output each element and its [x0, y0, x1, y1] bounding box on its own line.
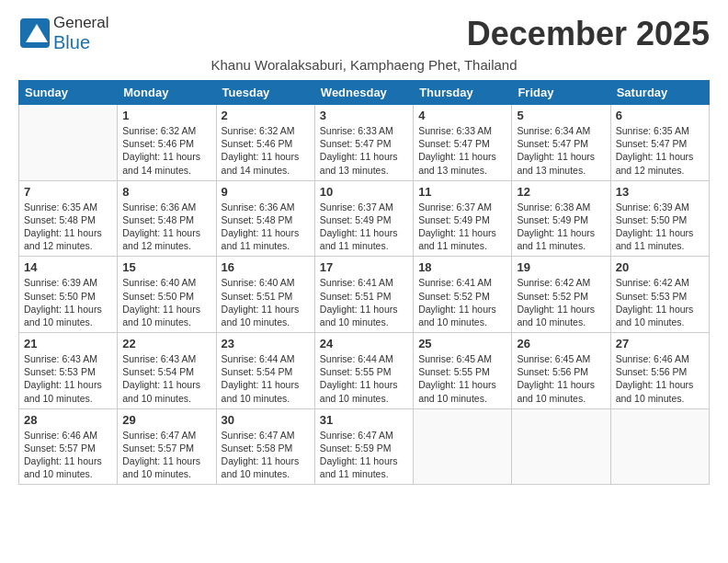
calendar-day: 4Sunrise: 6:33 AM Sunset: 5:47 PM Daylig… — [414, 105, 512, 181]
calendar-day: 9Sunrise: 6:36 AM Sunset: 5:48 PM Daylig… — [216, 180, 314, 257]
calendar-day: 7Sunrise: 6:35 AM Sunset: 5:48 PM Daylig… — [19, 180, 118, 257]
day-info: Sunrise: 6:43 AM Sunset: 5:54 PM Dayligh… — [122, 352, 210, 405]
day-number: 30 — [222, 413, 310, 427]
day-number: 13 — [616, 185, 704, 199]
day-info: Sunrise: 6:45 AM Sunset: 5:56 PM Dayligh… — [517, 352, 605, 405]
day-number: 31 — [320, 413, 408, 427]
day-info: Sunrise: 6:47 AM Sunset: 5:58 PM Dayligh… — [222, 429, 310, 481]
day-number: 5 — [517, 109, 605, 122]
day-info: Sunrise: 6:43 AM Sunset: 5:53 PM Dayligh… — [24, 352, 112, 405]
day-info: Sunrise: 6:39 AM Sunset: 5:50 PM Dayligh… — [616, 201, 704, 253]
calendar-day: 10Sunrise: 6:37 AM Sunset: 5:49 PM Dayli… — [314, 180, 413, 257]
calendar-day: 27Sunrise: 6:46 AM Sunset: 5:56 PM Dayli… — [610, 333, 709, 409]
day-info: Sunrise: 6:44 AM Sunset: 5:55 PM Dayligh… — [320, 352, 408, 405]
calendar-day: 22Sunrise: 6:43 AM Sunset: 5:54 PM Dayli… — [118, 333, 216, 409]
day-number: 26 — [517, 337, 605, 350]
calendar-week-4: 21Sunrise: 6:43 AM Sunset: 5:53 PM Dayli… — [19, 333, 710, 409]
day-info: Sunrise: 6:37 AM Sunset: 5:49 PM Dayligh… — [418, 201, 506, 253]
calendar-week-1: 1Sunrise: 6:32 AM Sunset: 5:46 PM Daylig… — [19, 105, 710, 181]
day-number: 27 — [616, 337, 704, 350]
day-info: Sunrise: 6:47 AM Sunset: 5:57 PM Dayligh… — [122, 429, 210, 481]
calendar-header-row: SundayMondayTuesdayWednesdayThursdayFrid… — [19, 81, 710, 105]
calendar-day: 18Sunrise: 6:41 AM Sunset: 5:52 PM Dayli… — [414, 257, 512, 333]
calendar-day: 19Sunrise: 6:42 AM Sunset: 5:52 PM Dayli… — [512, 257, 610, 333]
day-number: 28 — [24, 413, 112, 427]
calendar-day: 24Sunrise: 6:44 AM Sunset: 5:55 PM Dayli… — [314, 333, 413, 409]
day-info: Sunrise: 6:33 AM Sunset: 5:47 PM Dayligh… — [418, 124, 506, 177]
month-title: December 2025 — [467, 15, 710, 53]
calendar-table: SundayMondayTuesdayWednesdayThursdayFrid… — [18, 80, 710, 485]
logo-icon — [18, 17, 51, 50]
logo: General Blue — [18, 15, 108, 52]
calendar-day: 11Sunrise: 6:37 AM Sunset: 5:49 PM Dayli… — [414, 180, 512, 257]
day-number: 7 — [24, 185, 112, 199]
day-info: Sunrise: 6:35 AM Sunset: 5:47 PM Dayligh… — [616, 124, 704, 177]
day-number: 25 — [418, 337, 506, 350]
calendar-day: 15Sunrise: 6:40 AM Sunset: 5:50 PM Dayli… — [118, 257, 216, 333]
calendar-week-3: 14Sunrise: 6:39 AM Sunset: 5:50 PM Dayli… — [19, 257, 710, 333]
day-number: 18 — [418, 260, 506, 274]
calendar-day — [414, 408, 512, 485]
calendar-day: 25Sunrise: 6:45 AM Sunset: 5:55 PM Dayli… — [414, 333, 512, 409]
calendar-day: 17Sunrise: 6:41 AM Sunset: 5:51 PM Dayli… — [314, 257, 413, 333]
day-info: Sunrise: 6:47 AM Sunset: 5:59 PM Dayligh… — [320, 429, 408, 481]
calendar-day: 26Sunrise: 6:45 AM Sunset: 5:56 PM Dayli… — [512, 333, 610, 409]
day-number: 10 — [320, 185, 408, 199]
calendar-day: 2Sunrise: 6:32 AM Sunset: 5:46 PM Daylig… — [216, 105, 314, 181]
day-info: Sunrise: 6:41 AM Sunset: 5:51 PM Dayligh… — [320, 276, 408, 328]
calendar-day: 8Sunrise: 6:36 AM Sunset: 5:48 PM Daylig… — [118, 180, 216, 257]
day-number: 17 — [320, 260, 408, 274]
day-number: 1 — [122, 109, 210, 122]
weekday-header-saturday: Saturday — [610, 81, 709, 105]
day-info: Sunrise: 6:36 AM Sunset: 5:48 PM Dayligh… — [122, 201, 210, 253]
day-number: 16 — [222, 260, 310, 274]
logo-blue-text: Blue — [53, 32, 108, 52]
calendar-day: 31Sunrise: 6:47 AM Sunset: 5:59 PM Dayli… — [314, 408, 413, 485]
calendar-day: 21Sunrise: 6:43 AM Sunset: 5:53 PM Dayli… — [19, 333, 118, 409]
location-subtitle: Khanu Woralaksaburi, Kamphaeng Phet, Tha… — [18, 57, 710, 73]
weekday-header-thursday: Thursday — [414, 81, 512, 105]
day-number: 23 — [222, 337, 310, 350]
day-number: 11 — [418, 185, 506, 199]
day-info: Sunrise: 6:37 AM Sunset: 5:49 PM Dayligh… — [320, 201, 408, 253]
day-number: 19 — [517, 260, 605, 274]
calendar-day — [512, 408, 610, 485]
day-number: 12 — [517, 185, 605, 199]
weekday-header-monday: Monday — [118, 81, 216, 105]
day-info: Sunrise: 6:40 AM Sunset: 5:51 PM Dayligh… — [222, 276, 310, 328]
weekday-header-wednesday: Wednesday — [314, 81, 413, 105]
day-info: Sunrise: 6:34 AM Sunset: 5:47 PM Dayligh… — [517, 124, 605, 177]
day-number: 14 — [24, 260, 112, 274]
calendar-day: 29Sunrise: 6:47 AM Sunset: 5:57 PM Dayli… — [118, 408, 216, 485]
weekday-header-tuesday: Tuesday — [216, 81, 314, 105]
day-info: Sunrise: 6:46 AM Sunset: 5:57 PM Dayligh… — [24, 429, 112, 481]
calendar-day: 6Sunrise: 6:35 AM Sunset: 5:47 PM Daylig… — [610, 105, 709, 181]
calendar-day: 5Sunrise: 6:34 AM Sunset: 5:47 PM Daylig… — [512, 105, 610, 181]
day-number: 29 — [122, 413, 210, 427]
day-info: Sunrise: 6:42 AM Sunset: 5:52 PM Dayligh… — [517, 276, 605, 328]
calendar-day: 1Sunrise: 6:32 AM Sunset: 5:46 PM Daylig… — [118, 105, 216, 181]
day-info: Sunrise: 6:32 AM Sunset: 5:46 PM Dayligh… — [222, 124, 310, 177]
calendar-day: 23Sunrise: 6:44 AM Sunset: 5:54 PM Dayli… — [216, 333, 314, 409]
day-number: 4 — [418, 109, 506, 122]
calendar-day: 20Sunrise: 6:42 AM Sunset: 5:53 PM Dayli… — [610, 257, 709, 333]
page-header: General Blue December 2025 — [18, 15, 710, 53]
day-info: Sunrise: 6:32 AM Sunset: 5:46 PM Dayligh… — [122, 124, 210, 177]
logo-general-text: General — [53, 15, 108, 32]
calendar-day: 3Sunrise: 6:33 AM Sunset: 5:47 PM Daylig… — [314, 105, 413, 181]
day-info: Sunrise: 6:46 AM Sunset: 5:56 PM Dayligh… — [616, 352, 704, 405]
day-number: 15 — [122, 260, 210, 274]
calendar-day: 28Sunrise: 6:46 AM Sunset: 5:57 PM Dayli… — [19, 408, 118, 485]
calendar-day — [19, 105, 118, 181]
day-number: 22 — [122, 337, 210, 350]
calendar-day: 14Sunrise: 6:39 AM Sunset: 5:50 PM Dayli… — [19, 257, 118, 333]
day-info: Sunrise: 6:33 AM Sunset: 5:47 PM Dayligh… — [320, 124, 408, 177]
day-number: 8 — [122, 185, 210, 199]
day-info: Sunrise: 6:38 AM Sunset: 5:49 PM Dayligh… — [517, 201, 605, 253]
calendar-day: 30Sunrise: 6:47 AM Sunset: 5:58 PM Dayli… — [216, 408, 314, 485]
day-number: 6 — [616, 109, 704, 122]
weekday-header-friday: Friday — [512, 81, 610, 105]
day-info: Sunrise: 6:36 AM Sunset: 5:48 PM Dayligh… — [222, 201, 310, 253]
day-info: Sunrise: 6:42 AM Sunset: 5:53 PM Dayligh… — [616, 276, 704, 328]
day-info: Sunrise: 6:40 AM Sunset: 5:50 PM Dayligh… — [122, 276, 210, 328]
